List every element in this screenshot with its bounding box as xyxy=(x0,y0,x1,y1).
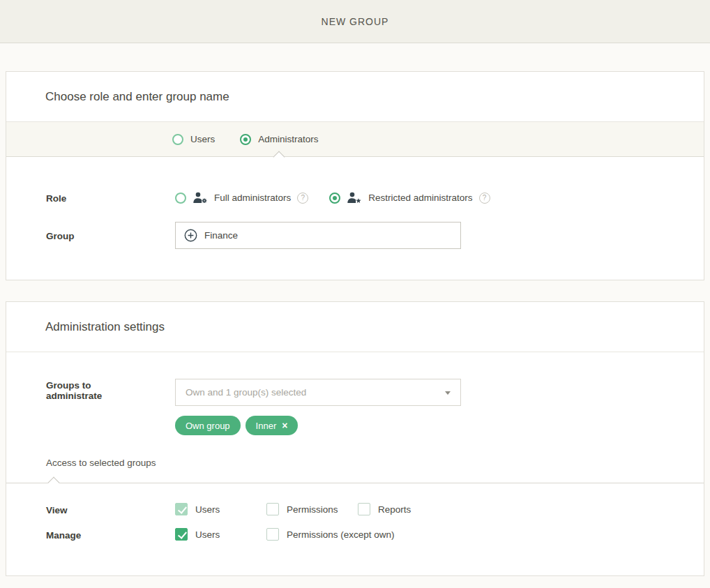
groups-select-value[interactable]: Own and 1 group(s) selected xyxy=(186,387,306,398)
restricted-admin-help-icon[interactable]: ? xyxy=(479,193,490,204)
admin-form-area: Groups to administrate Own and 1 group(s… xyxy=(6,352,704,561)
admin-card-title: Administration settings xyxy=(45,320,665,334)
groups-select[interactable]: Own and 1 group(s) selected xyxy=(175,379,461,406)
tag-own-group: Own group xyxy=(175,416,241,435)
role-card: Choose role and enter group name Users A… xyxy=(6,71,704,280)
checkbox-manage-users-label[interactable]: Users xyxy=(195,529,220,540)
group-name-value[interactable]: Finance xyxy=(204,230,238,241)
access-section-label: Access to selected groups xyxy=(6,458,704,468)
view-label: View xyxy=(46,504,175,515)
full-admin-help-icon[interactable]: ? xyxy=(297,193,308,204)
group-row: Group Finance xyxy=(6,222,704,249)
checkbox-view-users: Users xyxy=(175,503,266,515)
role-card-header: Choose role and enter group name xyxy=(6,72,704,122)
tag-inner-label: Inner xyxy=(256,421,277,431)
radio-administrators-control[interactable] xyxy=(240,134,251,145)
role-options: Full administrators ? Restricted adminis… xyxy=(175,192,490,204)
checkbox-view-permissions-control[interactable] xyxy=(266,503,279,515)
access-section-divider xyxy=(6,483,704,483)
chevron-down-icon xyxy=(445,391,451,395)
radio-administrators-label[interactable]: Administrators xyxy=(258,134,318,144)
radio-full-administrators-label[interactable]: Full administrators xyxy=(214,193,291,203)
checkbox-manage-users-control[interactable] xyxy=(175,528,188,541)
checkbox-view-users-label: Users xyxy=(195,504,220,515)
group-label: Group xyxy=(46,229,175,241)
access-area: View Users Permissions Reports Manage xyxy=(6,483,704,561)
audience-selector-row: Users Administrators xyxy=(6,122,704,157)
radio-full-administrators-control[interactable] xyxy=(175,193,186,204)
admin-settings-card: Administration settings Groups to admini… xyxy=(6,301,704,576)
checkbox-manage-users[interactable]: Users xyxy=(175,528,266,541)
radio-users[interactable]: Users xyxy=(172,134,215,145)
tag-inner: Inner × xyxy=(246,416,299,435)
page-title: NEW GROUP xyxy=(322,16,389,27)
restricted-admin-icon xyxy=(347,192,362,204)
checkbox-view-reports-control[interactable] xyxy=(358,503,370,515)
group-name-input[interactable]: Finance xyxy=(175,222,461,249)
role-label: Role xyxy=(46,192,175,204)
role-card-title: Choose role and enter group name xyxy=(45,90,665,104)
radio-full-administrators[interactable]: Full administrators ? xyxy=(175,192,308,204)
admin-card-header: Administration settings xyxy=(6,302,704,352)
checkbox-view-users-control xyxy=(175,503,188,515)
radio-users-control[interactable] xyxy=(172,134,183,145)
radio-restricted-administrators[interactable]: Restricted administrators ? xyxy=(329,192,490,204)
tag-own-group-label: Own group xyxy=(186,421,230,431)
selected-groups-tags: Own group Inner × xyxy=(175,416,461,435)
checkbox-view-permissions-label[interactable]: Permissions xyxy=(287,504,338,515)
add-circle-icon xyxy=(184,229,197,242)
checkbox-view-reports-label[interactable]: Reports xyxy=(378,504,411,515)
checkbox-manage-permissions[interactable]: Permissions (except own) xyxy=(266,528,395,541)
checkbox-manage-permissions-label[interactable]: Permissions (except own) xyxy=(287,529,395,540)
radio-restricted-administrators-control[interactable] xyxy=(329,193,340,204)
radio-users-label[interactable]: Users xyxy=(190,134,215,144)
radio-administrators[interactable]: Administrators xyxy=(240,134,318,145)
view-permissions-row: View Users Permissions Reports xyxy=(6,503,704,515)
manage-permissions-row: Manage Users Permissions (except own) xyxy=(6,528,704,541)
groups-to-administrate-row: Groups to administrate Own and 1 group(s… xyxy=(6,379,704,435)
manage-label: Manage xyxy=(46,529,175,541)
tag-inner-close-icon[interactable]: × xyxy=(282,421,287,430)
radio-restricted-administrators-label[interactable]: Restricted administrators xyxy=(368,193,472,203)
checkbox-manage-permissions-control[interactable] xyxy=(266,528,279,541)
checkbox-view-permissions[interactable]: Permissions xyxy=(266,503,358,515)
page-header: NEW GROUP xyxy=(0,0,710,43)
role-row: Role xyxy=(6,192,704,204)
groups-select-column: Own and 1 group(s) selected Own group In… xyxy=(175,379,461,435)
role-form-area: Role xyxy=(6,157,704,280)
full-admin-gear-icon xyxy=(192,192,208,204)
groups-to-administrate-label: Groups to administrate xyxy=(46,379,175,401)
checkbox-view-reports[interactable]: Reports xyxy=(358,503,411,515)
